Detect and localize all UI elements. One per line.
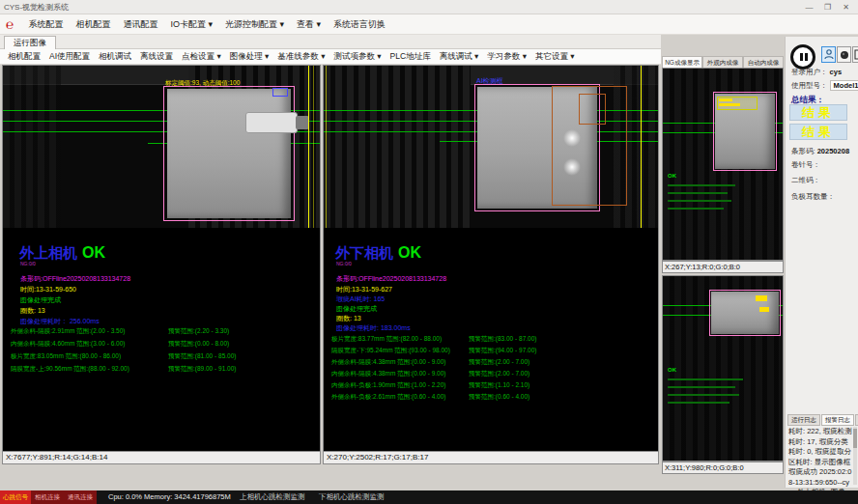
- measurement-text: 内侧余料-隔膜:4.60mm 范围:(3.00 - 6.00): [11, 340, 125, 347]
- reflection-flare: [563, 158, 581, 176]
- ai-time-line: 瑕疵AI耗时: 165: [336, 294, 385, 304]
- model-value[interactable]: Model1: [830, 80, 858, 91]
- mini-green-text: [668, 386, 735, 388]
- pixel-coords-readout: X:267;Y:13;R:0;G:0;B:0: [662, 261, 784, 273]
- measurement-text: 外侧余料-隔膜:2.91mm 范围:(2.00 - 3.50): [11, 327, 125, 334]
- login-user-row: 登录用户： cys: [791, 68, 842, 77]
- lower-cam-heartbeat-status: 下相机心跳检测监测: [319, 490, 385, 504]
- menu-item-system-config[interactable]: 系统配置: [28, 18, 63, 31]
- pause-icon: [805, 53, 808, 61]
- mini-green-text: [668, 208, 724, 210]
- toolbar: 相机配置 AI使用配置 相机调试 离线设置 点检设置 ▾ 图像处理 ▾ 基准线参…: [0, 49, 661, 65]
- toolbar-offline-debug[interactable]: 离线调试 ▾: [440, 51, 479, 63]
- time-line: 时间:13-31-59-650: [20, 285, 76, 294]
- warn-range-text: 预警范围:(83.00 - 87.00): [469, 335, 536, 344]
- warn-range-text: 预警范围:(0.00 - 8.00): [168, 340, 229, 349]
- log-scrollbar[interactable]: [853, 427, 857, 485]
- toolbar-image-processing[interactable]: 图像处理 ▾: [230, 51, 270, 63]
- toolbar-baseline-params[interactable]: 基准线参数 ▾: [277, 51, 325, 63]
- toolbar-spot-check[interactable]: 点检设置 ▾: [182, 51, 221, 63]
- mini-green-text: [668, 192, 728, 194]
- toolbar-camera-debug[interactable]: 相机调试: [99, 51, 131, 63]
- tab-connector: [245, 112, 298, 133]
- heartbeat-indicator: 心跳信号: [0, 490, 31, 504]
- minimize-button[interactable]: —: [801, 3, 817, 12]
- camera-panel-lower-outer: AI检测框 外下相机OK NG:0/0 条形码:OFFline202502081…: [323, 65, 659, 464]
- thumbnail-view-top[interactable]: OK: [662, 68, 784, 261]
- user-icon: [824, 49, 834, 60]
- toolbar-learning-params[interactable]: 学习参数 ▾: [487, 51, 527, 63]
- toolbar-ai-use-config[interactable]: AI使用配置: [49, 51, 90, 63]
- measurement-text: 隔膜宽度-下:95.24mm 范围:(93.00 - 98.00): [331, 347, 450, 353]
- toolbar-other-settings[interactable]: 其它设置 ▾: [535, 51, 575, 63]
- logout-door-icon: [854, 49, 858, 60]
- close-button[interactable]: ✕: [838, 3, 854, 12]
- mini-yellow-text: [719, 103, 740, 106]
- mini-green-text: [668, 394, 739, 396]
- stop-icon: [840, 50, 849, 60]
- tab-log-alarm[interactable]: 报警日志: [821, 414, 854, 426]
- mini-green-text: [668, 200, 731, 202]
- camera-image-lower-outer[interactable]: AI检测框: [324, 66, 658, 228]
- warn-range-text: 预警范围:(94.00 - 97.00): [469, 347, 536, 355]
- barcode-label: 条形码:: [791, 147, 815, 155]
- measurement-text: 内侧余料-隔膜:4.38mm 范围:(0.00 - 9.00): [331, 370, 445, 377]
- app-window: { "window": { "title": "CYS-视觉检测系统", "co…: [0, 0, 858, 504]
- comm-conn-indicator: 通讯连接: [64, 490, 97, 504]
- status-bar: 心跳信号 相机连接 通讯连接 Cpu: 0.0% Memory: 3424.41…: [0, 490, 858, 504]
- menu-item-view[interactable]: 查看 ▾: [297, 18, 321, 31]
- mini-yellow-highlight: [756, 295, 767, 301]
- measure-yellow-line-dim: [326, 66, 327, 228]
- cpu-memory-readout: Cpu: 0.0% Memory: 3424.41796875M: [108, 490, 231, 504]
- result-box-1: 结果: [789, 104, 847, 121]
- warn-range-text: 预警范围:(81.00 - 85.00): [168, 352, 236, 361]
- camera-image-upper-outer[interactable]: 标定阈值:93, 动态阈值:100: [3, 66, 320, 228]
- warn-range-text: 预警范围:(0.60 - 4.00): [469, 393, 529, 402]
- maximize-button[interactable]: ❐: [819, 3, 836, 12]
- mini-green-text: [668, 378, 743, 380]
- login-user-label: 登录用户：: [791, 68, 828, 76]
- toolbar-test-params[interactable]: 测试项参数 ▾: [333, 51, 381, 63]
- menu-item-comm-config[interactable]: 通讯配置: [123, 18, 157, 31]
- stop-button[interactable]: [837, 46, 851, 63]
- warn-range-text: 预警范围:(2.00 - 7.00): [469, 358, 529, 367]
- machine-slats: [324, 66, 471, 228]
- measurement-text: 内侧余料-负极:1.90mm 范围:(1.00 - 2.20): [331, 381, 445, 388]
- menu-item-language-switch[interactable]: 系统语言切换: [333, 18, 386, 31]
- pixel-coords-readout: X:7677;Y:891;R:14;G:14;B:14: [3, 451, 320, 463]
- mini-ok-badge: OK: [668, 173, 676, 179]
- battery-cell-region: [167, 89, 291, 218]
- barcode-value: 20250208: [817, 147, 849, 155]
- thumbnail-view-bottom[interactable]: OK: [662, 275, 784, 462]
- ai-detect-mini-box: [272, 88, 288, 97]
- control-panel: 登录用户： cys 使用型号： Model1 总结果： 结果 结果 条形码: 2…: [785, 37, 858, 488]
- result-box-2: 结果: [789, 124, 847, 140]
- window-title: CYS-视觉检测系统: [4, 2, 69, 13]
- status-line: 图像处理完成: [20, 295, 61, 305]
- roi-orange-box-small: [579, 94, 606, 125]
- tab-run-image[interactable]: 运行图像: [4, 36, 56, 49]
- warn-range-text: 预警范围:(89.00 - 91.00): [168, 365, 236, 374]
- measure-yellow-line: [641, 66, 642, 228]
- camera-name: 外下相机: [335, 244, 393, 261]
- menu-item-light-control[interactable]: 光源控制配置 ▾: [225, 18, 284, 31]
- user-button[interactable]: [821, 46, 836, 63]
- barcode-row: 条形码: 20250208: [791, 147, 849, 156]
- measurement-text: 外侧余料-隔膜:4.38mm 范围:(0.00 - 9.00): [331, 358, 445, 365]
- tab-count-label: 负极耳数量：: [791, 192, 835, 202]
- toolbar-camera-config[interactable]: 相机配置: [8, 51, 41, 63]
- logout-button[interactable]: [852, 46, 858, 63]
- turns-line: 圈数: 13: [336, 314, 361, 323]
- menu-item-camera-config[interactable]: 相机配置: [75, 18, 110, 31]
- barcode-line: 条形码:OFFline20250208133134728: [336, 274, 446, 284]
- reflection-flare: [563, 129, 581, 147]
- menu-item-io-config[interactable]: IO卡配置 ▾: [170, 18, 213, 31]
- toolbar-offline-setting[interactable]: 离线设置: [140, 51, 173, 63]
- warn-range-text: 预警范围:(1.10 - 2.10): [469, 381, 529, 390]
- toolbar-plc-address[interactable]: PLC地址库: [390, 51, 431, 63]
- pause-button[interactable]: [790, 44, 815, 70]
- process-time-line: 图像处理耗时： 256.00ms: [20, 317, 100, 326]
- pixel-coords-readout: X:270;Y:2502;R:17;G:17;B:17: [324, 451, 658, 463]
- tab-log-run[interactable]: 运行日志: [787, 414, 820, 426]
- machine-slats-left: [3, 66, 61, 228]
